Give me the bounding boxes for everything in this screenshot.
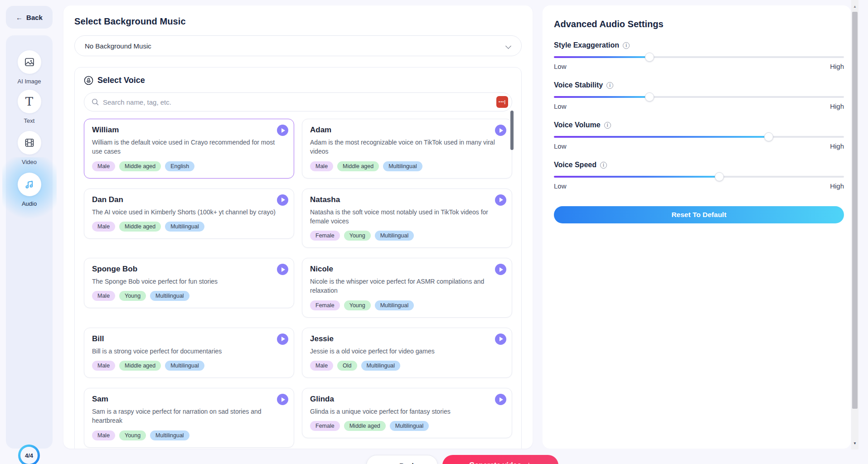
voice-tag: Female bbox=[310, 421, 340, 431]
text-icon: T bbox=[25, 96, 33, 107]
play-voice-button[interactable] bbox=[495, 264, 506, 275]
voice-description: Natasha is the soft voice most notably u… bbox=[310, 208, 504, 226]
sparkle-icon: ✦ bbox=[526, 461, 532, 464]
voice-tags: FemaleYoungMultilingual bbox=[310, 231, 504, 241]
sidebar-item-icon-circle: T bbox=[18, 90, 41, 113]
voice-tags: MaleYoungMultilingual bbox=[92, 430, 286, 440]
slider-fill bbox=[554, 176, 719, 178]
generate-video-button[interactable]: Generate video ✦ bbox=[442, 455, 558, 464]
voice-list-scrollbar-thumb[interactable] bbox=[510, 111, 514, 150]
slider-thumb[interactable] bbox=[715, 172, 724, 181]
sidebar-item-video[interactable]: Video bbox=[6, 131, 53, 165]
video-icon bbox=[24, 137, 35, 148]
voice-tag: Middle aged bbox=[337, 161, 379, 171]
slider-track[interactable] bbox=[554, 176, 844, 178]
slider-label: Voice Stability bbox=[554, 81, 603, 89]
play-icon bbox=[499, 337, 503, 341]
info-icon[interactable]: i bbox=[606, 82, 613, 89]
scrollbar-thumb[interactable] bbox=[852, 12, 858, 409]
reset-to-default-button[interactable]: Reset To Default bbox=[554, 206, 844, 223]
sidebar-item-audio[interactable]: Audio bbox=[6, 173, 53, 207]
back-arrow-icon: ← bbox=[388, 462, 395, 464]
voice-name: William bbox=[92, 126, 286, 135]
microphone-icon bbox=[84, 76, 93, 85]
voice-card-sponge-bob[interactable]: Sponge Bob The Sponge Bob voice perfect … bbox=[84, 258, 294, 308]
voice-name: Dan Dan bbox=[92, 195, 286, 204]
info-icon[interactable]: i bbox=[604, 122, 611, 129]
voice-card-natasha[interactable]: Natasha Natasha is the soft voice most n… bbox=[302, 188, 512, 248]
slider-thumb[interactable] bbox=[764, 132, 773, 141]
voice-tag: Female bbox=[310, 231, 340, 241]
slider-thumb[interactable] bbox=[645, 53, 654, 62]
play-voice-button[interactable] bbox=[277, 394, 288, 405]
voice-name: Natasha bbox=[310, 195, 504, 204]
slider-track[interactable] bbox=[554, 56, 844, 58]
slider-fill bbox=[554, 136, 769, 138]
sidebar-item-text[interactable]: T Text bbox=[6, 90, 53, 124]
voice-search-input[interactable] bbox=[103, 98, 492, 106]
sidebar-item-ai-image[interactable]: AI Image bbox=[6, 50, 53, 85]
voice-section-title: Select Voice bbox=[97, 76, 145, 85]
background-music-selected-value: No Background Music bbox=[85, 42, 151, 50]
voice-card-dan-dan[interactable]: Dan Dan The AI voice used in Kimberly Sh… bbox=[84, 188, 294, 239]
voice-description: Sam is a raspy voice perfect for narrati… bbox=[92, 407, 286, 425]
play-voice-button[interactable] bbox=[277, 334, 288, 345]
voice-description: Adam is the most recognizable voice on T… bbox=[310, 138, 504, 156]
voice-card-adam[interactable]: Adam Adam is the most recognizable voice… bbox=[302, 119, 512, 179]
voice-tag: Multilingual bbox=[383, 161, 422, 171]
slider-label-row: Style Exaggeration i bbox=[554, 41, 844, 49]
voice-card-jessie[interactable]: Jessie Jessie is a old voice perfect for… bbox=[302, 328, 512, 378]
play-voice-button[interactable] bbox=[495, 394, 506, 405]
back-button[interactable]: ← Back bbox=[6, 6, 53, 29]
back-button-label: Back bbox=[26, 14, 43, 21]
voice-tag: Male bbox=[92, 222, 115, 232]
footer-back-button[interactable]: ← Back bbox=[366, 455, 438, 464]
voice-name: Sam bbox=[92, 395, 286, 404]
back-arrow-icon: ← bbox=[16, 14, 23, 21]
play-icon bbox=[281, 397, 285, 402]
voice-card-nicole[interactable]: Nicole Nicole is the whisper voice perfe… bbox=[302, 258, 512, 318]
password-manager-extension-icon[interactable]: •••| bbox=[496, 96, 508, 108]
play-voice-button[interactable] bbox=[277, 194, 288, 206]
info-icon[interactable]: i bbox=[623, 42, 630, 49]
progress-ring-badge[interactable]: 4/4 bbox=[18, 445, 40, 464]
background-music-select[interactable]: No Background Music bbox=[74, 35, 522, 56]
audio-icon bbox=[24, 179, 35, 190]
info-icon[interactable]: i bbox=[600, 162, 607, 169]
voice-description: The AI voice used in Kimberly Shorts (10… bbox=[92, 208, 286, 217]
voice-tag: Middle aged bbox=[119, 361, 161, 371]
chevron-down-icon bbox=[506, 43, 511, 48]
voice-tag: Multilingual bbox=[375, 300, 414, 310]
slider-thumb[interactable] bbox=[645, 92, 654, 102]
slider-label: Voice Speed bbox=[554, 161, 596, 169]
voice-card-glinda[interactable]: Glinda Glinda is a unique voice perfect … bbox=[302, 388, 512, 438]
slider-ends: Low High bbox=[554, 182, 844, 190]
voice-tag: Multilingual bbox=[375, 231, 414, 241]
slider-ends: Low High bbox=[554, 63, 844, 70]
play-voice-button[interactable] bbox=[495, 334, 506, 345]
voice-card-sam[interactable]: Sam Sam is a raspy voice perfect for nar… bbox=[84, 388, 294, 448]
voice-card-william[interactable]: William William is the default voice use… bbox=[84, 119, 294, 179]
play-voice-button[interactable] bbox=[495, 125, 506, 136]
voice-description: Glinda is a unique voice perfect for fan… bbox=[310, 407, 504, 416]
advanced-audio-settings-title: Advanced Audio Settings bbox=[554, 19, 844, 29]
voice-card-bill[interactable]: Bill Bill is a strong voice perfect for … bbox=[84, 328, 294, 378]
voice-description: Jessie is a old voice perfect for video … bbox=[310, 347, 504, 356]
slider-ends: Low High bbox=[554, 102, 844, 110]
slider-high-label: High bbox=[830, 142, 844, 150]
play-voice-button[interactable] bbox=[277, 125, 288, 136]
slider-track[interactable] bbox=[554, 136, 844, 138]
play-voice-button[interactable] bbox=[277, 264, 288, 275]
play-voice-button[interactable] bbox=[495, 194, 506, 206]
play-icon bbox=[281, 337, 285, 341]
voice-tag: Multilingual bbox=[390, 421, 429, 431]
voice-description: Nicole is the whisper voice perfect for … bbox=[310, 277, 504, 295]
slider-track[interactable] bbox=[554, 96, 844, 98]
scrollbar-down-arrow[interactable]: ▼ bbox=[851, 440, 858, 447]
slider-low-label: Low bbox=[554, 142, 567, 150]
window-scrollbar[interactable]: ▲ ▼ bbox=[851, 0, 858, 450]
voice-name: Jessie bbox=[310, 334, 504, 343]
scrollbar-up-arrow[interactable]: ▲ bbox=[851, 3, 858, 10]
sidebar-item-label: AI Image bbox=[17, 78, 41, 85]
voice-tags: MaleOldMultilingual bbox=[310, 361, 504, 371]
